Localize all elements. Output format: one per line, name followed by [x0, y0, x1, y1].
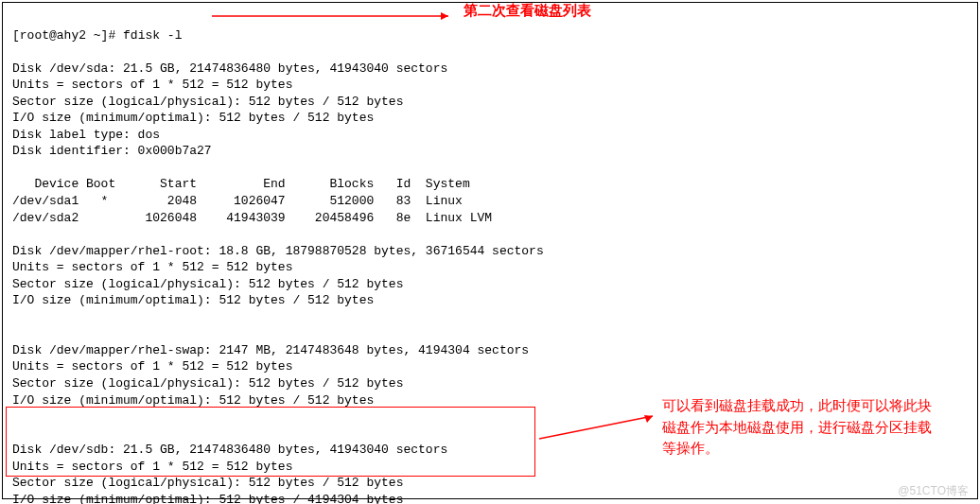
disk-sda-sector: Sector size (logical/physical): 512 byte… [12, 95, 403, 109]
disk-sda-label: Disk label type: dos [12, 128, 160, 142]
disk-sda-header: Disk /dev/sda: 21.5 GB, 21474836480 byte… [12, 61, 447, 76]
disk-sdb-io: I/O size (minimum/optimal): 512 bytes / … [12, 493, 403, 504]
disk-mapper-swap-sector: Sector size (logical/physical): 512 byte… [12, 376, 403, 391]
disk-mapper-swap-io: I/O size (minimum/optimal): 512 bytes / … [12, 393, 374, 408]
disk-mapper-root-units: Units = sectors of 1 * 512 = 512 bytes [12, 260, 292, 274]
watermark: @51CTO博客 [898, 483, 969, 498]
disk-sdb-header: Disk /dev/sdb: 21.5 GB, 21474836480 byte… [12, 443, 447, 457]
annotation-2-line2: 磁盘作为本地磁盘使用，进行磁盘分区挂载 [662, 417, 965, 439]
disk-mapper-swap-header: Disk /dev/mapper/rhel-swap: 2147 MB, 214… [12, 343, 529, 357]
partition-row2: /dev/sda2 1026048 41943039 20458496 8e L… [12, 211, 492, 225]
disk-mapper-root-sector: Sector size (logical/physical): 512 byte… [12, 277, 403, 291]
disk-mapper-root-header: Disk /dev/mapper/rhel-root: 18.8 GB, 187… [12, 244, 544, 258]
shell-prompt: [root@ahy2 ~]# [12, 28, 123, 43]
partition-row1: /dev/sda1 * 2048 1026047 512000 83 Linux [12, 194, 463, 208]
annotation-2-line1: 可以看到磁盘挂载成功，此时便可以将此块 [662, 395, 965, 417]
disk-sda-io: I/O size (minimum/optimal): 512 bytes / … [12, 111, 374, 125]
annotation-text-1: 第二次查看磁盘列表 [464, 1, 591, 20]
annotation-2-line3: 等操作。 [662, 438, 965, 460]
disk-mapper-swap-units: Units = sectors of 1 * 512 = 512 bytes [12, 359, 292, 374]
partition-header: Device Boot Start End Blocks Id System [12, 177, 470, 191]
command-text: fdisk -l [123, 28, 182, 43]
disk-mapper-root-io: I/O size (minimum/optimal): 512 bytes / … [12, 293, 374, 307]
annotation-text-2: 可以看到磁盘挂载成功，此时便可以将此块 磁盘作为本地磁盘使用，进行磁盘分区挂载 … [662, 395, 965, 460]
disk-sda-identifier: Disk identifier: 0x000b7a27 [12, 144, 212, 158]
disk-sda-units: Units = sectors of 1 * 512 = 512 bytes [12, 78, 292, 92]
disk-sdb-sector: Sector size (logical/physical): 512 byte… [12, 476, 403, 490]
disk-sdb-units: Units = sectors of 1 * 512 = 512 bytes [12, 460, 292, 474]
